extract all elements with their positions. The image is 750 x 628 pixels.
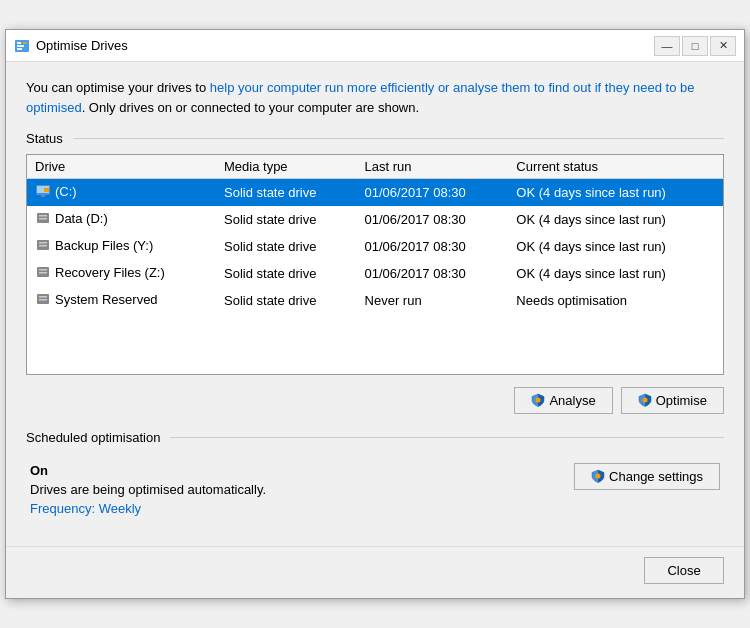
- media-type-cell: Solid state drive: [216, 260, 357, 287]
- scheduled-section: Scheduled optimisation On Drives are bei…: [26, 430, 724, 520]
- media-type-cell: Solid state drive: [216, 179, 357, 207]
- scheduled-description: Drives are being optimised automatically…: [30, 482, 266, 497]
- analyse-button[interactable]: Analyse: [514, 387, 612, 414]
- scheduled-content: On Drives are being optimised automatica…: [26, 453, 724, 520]
- current-status-cell: OK (4 days since last run): [508, 206, 723, 233]
- main-content: You can optimise your drives to help you…: [6, 62, 744, 536]
- window-title: Optimise Drives: [36, 38, 654, 53]
- svg-rect-7: [41, 195, 45, 197]
- close-button[interactable]: Close: [644, 557, 724, 584]
- drive-table: Drive Media type Last run Current status…: [26, 154, 724, 375]
- status-divider: [73, 138, 724, 139]
- svg-rect-10: [39, 215, 47, 217]
- description-part1: You can optimise your drives to: [26, 80, 210, 95]
- optimise-button[interactable]: Optimise: [621, 387, 724, 414]
- svg-point-25: [536, 398, 541, 403]
- svg-point-16: [46, 247, 48, 249]
- svg-rect-1: [17, 42, 21, 44]
- drive-name-cell: Backup Files (Y:): [27, 233, 217, 260]
- frequency-value: Weekly: [99, 501, 141, 516]
- settings-shield-icon: [591, 469, 605, 483]
- svg-rect-3: [17, 48, 22, 50]
- status-section-header: Status: [26, 131, 724, 146]
- table-row[interactable]: Data (D:)Solid state drive01/06/2017 08:…: [27, 206, 724, 233]
- media-type-cell: Solid state drive: [216, 287, 357, 314]
- media-type-cell: Solid state drive: [216, 206, 357, 233]
- drive-name: Backup Files (Y:): [55, 238, 153, 253]
- svg-point-24: [46, 301, 48, 303]
- svg-rect-2: [17, 45, 24, 47]
- drive-icon: [35, 291, 51, 310]
- titlebar: Optimise Drives — □ ✕: [6, 30, 744, 62]
- window-icon: [14, 38, 30, 54]
- last-run-cell: 01/06/2017 08:30: [357, 206, 509, 233]
- optimise-drives-window: Optimise Drives — □ ✕ You can optimise y…: [5, 29, 745, 599]
- svg-rect-22: [39, 296, 47, 298]
- last-run-cell: 01/06/2017 08:30: [357, 233, 509, 260]
- scheduled-info: On Drives are being optimised automatica…: [30, 463, 266, 516]
- scheduled-title: Scheduled optimisation: [26, 430, 160, 445]
- optimise-shield-icon: [638, 393, 652, 407]
- window-controls: — □ ✕: [654, 36, 736, 56]
- svg-rect-19: [39, 272, 47, 274]
- current-status-cell: OK (4 days since last run): [508, 179, 723, 207]
- restore-button[interactable]: □: [682, 36, 708, 56]
- table-header-row: Drive Media type Last run Current status: [27, 155, 724, 179]
- table-body: (C:)Solid state drive01/06/2017 08:30OK …: [27, 179, 724, 375]
- table-row[interactable]: (C:)Solid state drive01/06/2017 08:30OK …: [27, 179, 724, 207]
- svg-rect-11: [39, 218, 47, 220]
- col-last-run: Last run: [357, 155, 509, 179]
- drive-name: Data (D:): [55, 211, 108, 226]
- table-header: Drive Media type Last run Current status: [27, 155, 724, 179]
- scheduled-status: On: [30, 463, 266, 478]
- col-media-type: Media type: [216, 155, 357, 179]
- frequency-label: Frequency:: [30, 501, 99, 516]
- current-status-cell: OK (4 days since last run): [508, 233, 723, 260]
- table-row[interactable]: Backup Files (Y:)Solid state drive01/06/…: [27, 233, 724, 260]
- drive-icon: [35, 183, 51, 202]
- drive-name-cell: Recovery Files (Z:): [27, 260, 217, 287]
- drive-icon: [35, 264, 51, 283]
- change-settings-button[interactable]: Change settings: [574, 463, 720, 490]
- svg-point-20: [46, 274, 48, 276]
- col-current-status: Current status: [508, 155, 723, 179]
- drive-name-cell: Data (D:): [27, 206, 217, 233]
- minimize-button[interactable]: —: [654, 36, 680, 56]
- drive-icon: [35, 210, 51, 229]
- last-run-cell: 01/06/2017 08:30: [357, 179, 509, 207]
- last-run-cell: Never run: [357, 287, 509, 314]
- col-drive: Drive: [27, 155, 217, 179]
- scheduled-frequency: Frequency: Weekly: [30, 501, 266, 516]
- svg-rect-14: [39, 242, 47, 244]
- analyse-label: Analyse: [549, 393, 595, 408]
- status-title: Status: [26, 131, 63, 146]
- empty-row: [27, 314, 724, 374]
- svg-marker-8: [44, 188, 49, 192]
- current-status-cell: OK (4 days since last run): [508, 260, 723, 287]
- footer: Close: [6, 546, 744, 598]
- drive-icon: [35, 237, 51, 256]
- description-part2: . Only drives on or connected to your co…: [82, 100, 419, 115]
- last-run-cell: 01/06/2017 08:30: [357, 260, 509, 287]
- svg-rect-4: [23, 42, 27, 44]
- current-status-cell: Needs optimisation: [508, 287, 723, 314]
- svg-rect-23: [39, 299, 47, 301]
- description-text: You can optimise your drives to help you…: [26, 78, 724, 117]
- svg-rect-18: [39, 269, 47, 271]
- svg-rect-15: [39, 245, 47, 247]
- change-settings-label: Change settings: [609, 469, 703, 484]
- svg-point-26: [642, 398, 647, 403]
- action-buttons: Analyse Optimise: [26, 387, 724, 414]
- svg-point-27: [596, 474, 601, 479]
- table-row[interactable]: Recovery Files (Z:)Solid state drive01/0…: [27, 260, 724, 287]
- analyse-shield-icon: [531, 393, 545, 407]
- table-row[interactable]: System ReservedSolid state driveNever ru…: [27, 287, 724, 314]
- drive-name: System Reserved: [55, 292, 158, 307]
- drive-name-cell: System Reserved: [27, 287, 217, 314]
- drive-name: Recovery Files (Z:): [55, 265, 165, 280]
- svg-point-12: [46, 220, 48, 222]
- drive-name-cell: (C:): [27, 179, 217, 207]
- media-type-cell: Solid state drive: [216, 233, 357, 260]
- scheduled-section-header: Scheduled optimisation: [26, 430, 724, 445]
- close-window-button[interactable]: ✕: [710, 36, 736, 56]
